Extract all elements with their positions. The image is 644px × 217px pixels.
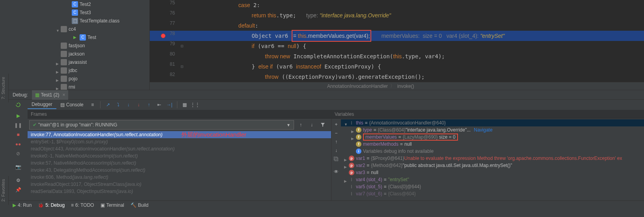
code-line[interactable]: 82 throw ((ExceptionProxy)var6).generate… — [150, 72, 644, 82]
fold-icon[interactable]: ⊟ — [180, 44, 184, 48]
code-editor[interactable]: 75 case 2:76 return this.type; type: "in… — [150, 0, 644, 90]
next-frame-button[interactable]: ↓ — [307, 121, 316, 129]
expand-icon[interactable] — [344, 178, 347, 181]
view-breakpoints-button[interactable]: ●● — [14, 140, 22, 148]
tree-item[interactable]: CTest3 — [9, 8, 149, 17]
force-step-into-button[interactable]: ↓ — [134, 100, 143, 109]
build-tool[interactable]: 🔨Build — [130, 202, 149, 208]
todo-tool[interactable]: ≡6: TODO — [71, 202, 94, 208]
run-to-cursor-button[interactable]: →| — [165, 100, 174, 109]
rerun-button[interactable] — [14, 100, 22, 109]
dump-button[interactable]: 📷 — [14, 163, 22, 171]
stack-frame[interactable]: entrySet:-1, $Proxy0 (com.sun.proxy) — [28, 138, 331, 145]
debug-run-config-tab[interactable]: ▦ Test1 (2) × — [32, 90, 69, 100]
code-line[interactable]: 81⊟ } else if (var6 instanceof Exception… — [150, 61, 644, 72]
tree-item[interactable]: cc4 — [9, 25, 149, 33]
step-out-button[interactable]: ↑ — [145, 100, 153, 109]
console-tab[interactable]: ▤ Console — [56, 100, 87, 109]
watch-up-button[interactable]: ↑ — [332, 137, 341, 146]
stack-frame[interactable]: readSerialData:1893, ObjectInputStream (… — [28, 188, 331, 195]
project-tree[interactable]: CTest2CTest3⬚TestTemplate.classcc4▶CTest… — [9, 0, 150, 90]
tree-item[interactable]: CTest2 — [9, 0, 149, 8]
add-watch-button[interactable]: + — [332, 120, 341, 129]
stack-frame[interactable]: invoke:606, Method (java.lang.reflect) — [28, 174, 331, 181]
code-line[interactable]: 77 default: — [150, 20, 644, 31]
variable-item[interactable]: pvar3=null — [341, 169, 644, 176]
pin-button[interactable]: 📌 — [14, 185, 22, 194]
stack-frame[interactable]: invoke:77, AnnotationInvocationHandler (… — [28, 131, 331, 138]
breadcrumb-method[interactable]: invoke() — [397, 83, 414, 89]
tree-item[interactable]: ⬚TestTemplate.class — [9, 17, 149, 25]
terminal-tool[interactable]: ▣Terminal — [101, 202, 124, 208]
stack-frame[interactable]: invoke0:-1, NativeMethodAccessorImpl (su… — [28, 152, 331, 160]
run-tool[interactable]: ▶4: Run — [13, 202, 32, 208]
watch-down-button[interactable]: ↓ — [332, 146, 341, 155]
resume-button[interactable]: ▶ — [14, 111, 22, 120]
expand-icon[interactable] — [351, 135, 354, 139]
tree-item[interactable]: ▶CTest — [9, 33, 149, 41]
variable-item[interactable]: iVariables debug info not available — [341, 148, 644, 155]
variable-item[interactable]: ⁞var5 (slot_5)={Class[0]@644} — [341, 183, 644, 190]
close-icon[interactable]: × — [62, 92, 65, 98]
thread-selector[interactable]: ✔ "main"@1 in group "main": RUNNING — [29, 120, 294, 130]
expand-icon[interactable] — [56, 69, 59, 72]
debugger-tab[interactable]: Debugger — [28, 100, 56, 109]
remove-watch-button[interactable]: − — [332, 129, 341, 137]
variable-item[interactable]: pvar1={$Proxy0@641} Unable to evaluate t… — [341, 155, 644, 162]
expand-icon[interactable] — [56, 85, 59, 89]
prev-frame-button[interactable]: ↑ — [296, 121, 305, 129]
show-watches-button[interactable]: 👁 — [332, 167, 341, 176]
tree-label: TestTemplate.class — [80, 18, 119, 24]
side-structure[interactable]: 7: Structure — [0, 74, 9, 102]
code-line[interactable]: 76 return this.type; type: "interface ja… — [150, 10, 644, 20]
breadcrumbs[interactable]: AnnotationInvocationHandler 〉 invoke() — [150, 82, 644, 90]
mute-breakpoints-button[interactable]: ⊘ — [14, 149, 22, 158]
variable-item[interactable]: pvar2={Method@642} "public abstract java… — [341, 162, 644, 169]
stack-frame[interactable]: readObject:443, AnnotationInvocationHand… — [28, 145, 331, 152]
variable-item[interactable]: fmemberValues={LazyMap@690} size = 0 — [341, 134, 644, 141]
side-favorites[interactable]: 2: Favorites — [0, 176, 9, 205]
copy-button[interactable]: ⿻ — [332, 155, 341, 163]
tree-item[interactable]: jackson — [9, 50, 149, 58]
stack-frame[interactable]: invoke:43, DelegatingMethodAccessorImpl … — [28, 167, 331, 174]
tree-item[interactable]: rmi — [9, 83, 149, 90]
expand-icon[interactable] — [344, 164, 347, 167]
threads-button[interactable]: ≡ — [88, 100, 97, 109]
debug-tool[interactable]: 🐞5: Debug — [38, 202, 65, 208]
variable-item[interactable]: ftype={Class@604} "interface java.lang.O… — [341, 126, 644, 134]
code-line[interactable]: 75 case 2: — [150, 0, 644, 10]
variable-item[interactable]: ⁞var4 (slot_4)="entrySet" — [341, 176, 644, 183]
tree-item[interactable]: pojo — [9, 74, 149, 83]
evaluate-button[interactable]: ▦ — [181, 100, 189, 109]
breadcrumb-class[interactable]: AnnotationInvocationHandler — [327, 83, 388, 89]
variable-item[interactable]: ⁞this={AnnotationInvocationHandler@640} — [341, 119, 644, 126]
stack-frame[interactable]: invokeReadObject:1017, ObjectStreamClass… — [28, 181, 331, 188]
stop-button[interactable]: ■ — [14, 130, 22, 139]
filter-frames-button[interactable] — [318, 121, 327, 129]
code-line[interactable]: 80 throw new IncompleteAnnotationExcepti… — [150, 51, 644, 61]
variable-item[interactable]: fmemberMethods=null — [341, 141, 644, 148]
show-execution-point-button[interactable]: ↗ — [104, 100, 112, 109]
tree-item[interactable]: jdbc — [9, 66, 149, 74]
code-line[interactable]: 79⊟ if (var6 == null) { — [150, 41, 644, 51]
expand-icon[interactable] — [344, 157, 347, 160]
expand-icon[interactable] — [56, 77, 59, 80]
tree-item[interactable]: fastjson — [9, 41, 149, 50]
code-line[interactable]: 78 Object var6 = this.memberValues.get(v… — [150, 31, 644, 41]
step-over-button[interactable]: ⤵ — [114, 100, 123, 109]
expand-icon[interactable] — [351, 128, 354, 132]
trace-button[interactable]: ⋮⋮ — [191, 100, 199, 109]
settings-button[interactable]: ⚙ — [14, 176, 22, 185]
expand-icon[interactable] — [56, 61, 59, 64]
step-into-button[interactable]: ↓ — [124, 100, 133, 109]
pause-button[interactable]: ❚❚ — [14, 121, 22, 130]
tree-item[interactable]: javassist — [9, 58, 149, 66]
breakpoint-icon[interactable] — [161, 33, 166, 38]
variables-tree[interactable]: ⁞this={AnnotationInvocationHandler@640}f… — [341, 119, 644, 200]
fold-icon[interactable]: ⊟ — [180, 65, 184, 69]
expand-icon[interactable] — [344, 121, 347, 124]
variable-item[interactable]: ⁞var7 (slot_6)={Class@604} — [341, 190, 644, 197]
expand-icon[interactable] — [56, 28, 59, 31]
drop-frame-button[interactable]: ⇤ — [155, 100, 164, 109]
stack-frame[interactable]: invoke:57, NativeMethodAccessorImpl (sun… — [28, 160, 331, 167]
